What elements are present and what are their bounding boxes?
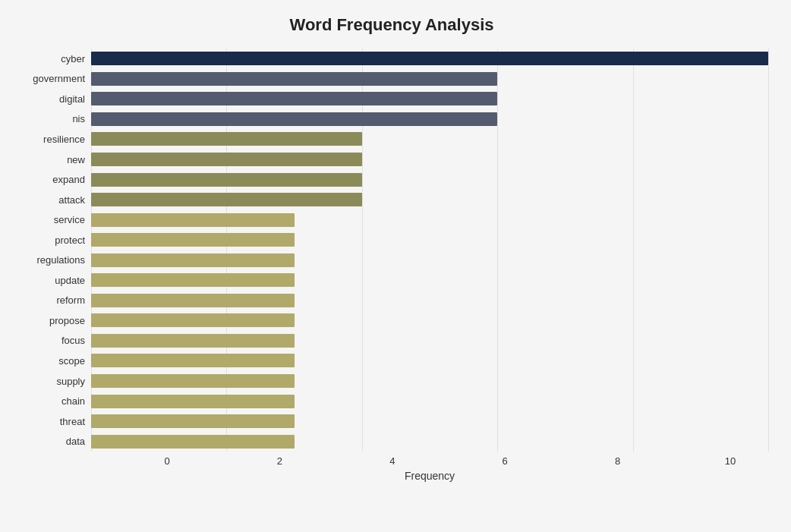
y-label-threat: threat bbox=[60, 411, 85, 431]
bar-row-threat bbox=[91, 413, 768, 430]
bar-regulations bbox=[91, 253, 295, 267]
bars-wrapper bbox=[91, 49, 768, 452]
y-label-reform: reform bbox=[56, 291, 85, 310]
y-label-update: update bbox=[55, 270, 85, 290]
y-label-new: new bbox=[67, 150, 85, 169]
bar-row-update bbox=[91, 272, 768, 288]
bar-digital bbox=[91, 92, 497, 105]
y-label-service: service bbox=[54, 210, 85, 230]
y-label-focus: focus bbox=[61, 331, 85, 351]
bar-row-attack bbox=[91, 191, 768, 208]
bar-data bbox=[91, 435, 295, 449]
x-axis: 0246810 Frequency bbox=[91, 452, 768, 482]
bar-update bbox=[91, 273, 295, 287]
bar-row-focus bbox=[91, 332, 768, 349]
chart-container: Word Frequency Analysis cybergovernmentd… bbox=[0, 0, 791, 532]
bar-row-reform bbox=[91, 292, 768, 309]
bar-focus bbox=[91, 334, 295, 348]
x-tick-0: 0 bbox=[152, 455, 182, 467]
bar-row-chain bbox=[91, 393, 768, 410]
bar-chain bbox=[91, 395, 295, 408]
bar-row-cyber bbox=[91, 50, 768, 67]
y-label-nis: nis bbox=[72, 109, 85, 129]
y-label-chain: chain bbox=[61, 392, 85, 411]
y-label-data: data bbox=[66, 432, 85, 452]
x-tick-8: 8 bbox=[603, 455, 633, 467]
bar-threat bbox=[91, 414, 295, 428]
y-label-digital: digital bbox=[59, 89, 85, 109]
bar-row-protect bbox=[91, 231, 768, 248]
bar-row-data bbox=[91, 433, 768, 450]
bar-expand bbox=[91, 173, 362, 187]
bar-service bbox=[91, 213, 295, 227]
x-axis-title: Frequency bbox=[91, 470, 768, 482]
y-label-protect: protect bbox=[55, 230, 85, 250]
y-label-government: government bbox=[33, 69, 85, 89]
x-tick-6: 6 bbox=[490, 455, 520, 467]
y-label-resilience: resilience bbox=[43, 129, 85, 149]
bar-propose bbox=[91, 313, 295, 327]
chart-title: Word Frequency Analysis bbox=[15, 15, 768, 35]
y-label-cyber: cyber bbox=[61, 49, 85, 68]
bar-nis bbox=[91, 112, 497, 126]
bar-row-resilience bbox=[91, 131, 768, 147]
bar-scope bbox=[91, 354, 295, 367]
y-label-scope: scope bbox=[58, 351, 85, 370]
y-label-expand: expand bbox=[52, 170, 85, 190]
bar-row-new bbox=[91, 151, 768, 168]
grid-line-10 bbox=[768, 49, 769, 452]
bar-row-digital bbox=[91, 90, 768, 107]
bar-attack bbox=[91, 193, 362, 206]
plot-area bbox=[91, 49, 768, 452]
bar-protect bbox=[91, 233, 295, 247]
bar-reform bbox=[91, 294, 295, 307]
y-label-attack: attack bbox=[58, 190, 85, 209]
y-label-supply: supply bbox=[56, 371, 85, 391]
bar-row-supply bbox=[91, 373, 768, 389]
bar-supply bbox=[91, 374, 295, 388]
y-label-regulations: regulations bbox=[36, 250, 85, 270]
bar-resilience bbox=[91, 132, 362, 146]
bar-government bbox=[91, 72, 497, 86]
bar-row-scope bbox=[91, 352, 768, 369]
bar-row-expand bbox=[91, 172, 768, 188]
bar-row-service bbox=[91, 212, 768, 228]
bar-new bbox=[91, 153, 362, 166]
bar-row-regulations bbox=[91, 252, 768, 269]
y-axis: cybergovernmentdigitalnisresiliencenewex… bbox=[15, 49, 91, 452]
x-tick-4: 4 bbox=[377, 455, 408, 467]
bar-row-nis bbox=[91, 111, 768, 127]
bar-row-government bbox=[91, 71, 768, 87]
x-tick-10: 10 bbox=[715, 455, 745, 467]
bar-row-propose bbox=[91, 312, 768, 329]
bar-cyber bbox=[91, 52, 768, 65]
x-tick-2: 2 bbox=[264, 455, 295, 467]
y-label-propose: propose bbox=[49, 310, 85, 330]
